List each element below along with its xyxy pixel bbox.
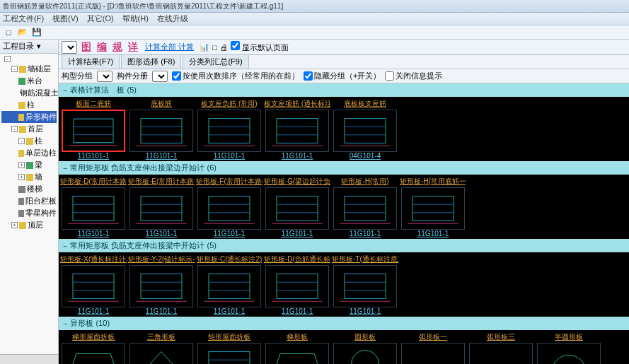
collapse-icon[interactable]: − bbox=[63, 164, 67, 172]
thumbnail[interactable]: 矩形板-G(梁边起计负筋,锚任)11G101-1 bbox=[264, 176, 330, 237]
tree-item[interactable]: 楼梯 bbox=[1, 183, 57, 195]
subtab-summary[interactable]: 分类列汇总(F9) bbox=[183, 54, 248, 69]
tree-item[interactable]: 异形构件 bbox=[1, 111, 57, 123]
new-icon[interactable]: □ bbox=[3, 27, 14, 38]
folder-icon bbox=[18, 114, 24, 121]
thumb-image bbox=[265, 343, 329, 364]
folder-icon bbox=[26, 162, 33, 169]
tree-item[interactable]: 钢筋混凝土柱 bbox=[1, 87, 57, 99]
dropdown-1[interactable] bbox=[62, 41, 77, 54]
collapse-icon[interactable]: − bbox=[63, 86, 67, 95]
menu-upgrade[interactable]: 在线升级 bbox=[157, 13, 188, 24]
tree-item[interactable]: -首层 bbox=[1, 123, 57, 135]
menu-file[interactable]: 工程文件(F) bbox=[3, 13, 44, 24]
thumbnail[interactable]: 矩形板-X(通长标注计本路)11G101-1 bbox=[60, 254, 127, 315]
svg-rect-78 bbox=[209, 274, 250, 299]
section-header[interactable]: −常用矩形板 负筋支座伸出接梁边开始计 (6) bbox=[59, 161, 629, 175]
save-icon[interactable]: 💾 bbox=[31, 27, 42, 38]
chart-icon[interactable]: 📊 bbox=[200, 42, 209, 52]
thumbnail[interactable]: 梯形板11G101-1 bbox=[264, 331, 330, 364]
thumbnail[interactable]: 弧形板三11G101-1 bbox=[468, 331, 534, 364]
thumbnail[interactable]: 矩形板-F(常用计本路4)11G101-1 bbox=[196, 176, 262, 237]
subtab-graph[interactable]: 图形选择 (F8) bbox=[121, 54, 181, 69]
tree-item[interactable]: 单层边柱 bbox=[1, 147, 57, 159]
tree-item[interactable]: - bbox=[1, 55, 57, 63]
catalog[interactable]: −表格计算法 板 (5)板面二底筋11G101-1底板筋11G101-1板支座负… bbox=[59, 83, 629, 364]
lbl-type: 构型分组 bbox=[62, 71, 93, 81]
btn-graph[interactable]: 图 bbox=[81, 41, 91, 54]
thumbnail[interactable]: 矩形板-C(通长标注2)11G101-1 bbox=[196, 254, 262, 315]
thumbnail[interactable]: 矩形板-D(负筋通长标注)11G101-1 bbox=[264, 254, 330, 315]
svg-rect-24 bbox=[345, 119, 386, 143]
thumbnail[interactable]: 矩形板-E(常用计本路3)11G101-1 bbox=[128, 176, 195, 237]
section-header[interactable]: −表格计算法 板 (5) bbox=[59, 83, 629, 97]
section-header[interactable]: −常用矩形板 负筋支座伸出接梁中开始计 (5) bbox=[59, 239, 629, 252]
section-header[interactable]: −异形板 (10) bbox=[59, 317, 629, 330]
checkbox-defaultpage[interactable] bbox=[231, 41, 240, 50]
section-title: 表格计算法 板 (5) bbox=[70, 85, 137, 95]
dropdown-icon[interactable]: ▾ bbox=[37, 42, 41, 51]
sel-comp[interactable] bbox=[152, 71, 168, 82]
print-icon[interactable]: 🖨 bbox=[220, 43, 228, 52]
thumbnail[interactable]: 板支座项筋 (通长标注)11G101-1 bbox=[264, 98, 330, 160]
tree-item[interactable]: 阳台栏板 bbox=[1, 195, 57, 207]
show-default-page[interactable]: 显示默认页面 bbox=[231, 41, 289, 53]
collapse-icon[interactable]: − bbox=[63, 242, 67, 250]
toolbar: □ 📂 💾 bbox=[0, 25, 629, 40]
thumbnail[interactable]: 矩形板-T(通长标注底筋一边)11G101-1 bbox=[332, 254, 398, 315]
expand-icon[interactable]: + bbox=[11, 222, 18, 228]
tree-item[interactable]: -柱 bbox=[1, 135, 57, 147]
thumbnail[interactable]: 矩形板-D(常用计本路2)11G101-1 bbox=[60, 176, 127, 237]
thumbnail[interactable]: 矩形屋面折板11G101-1 bbox=[196, 331, 262, 364]
thumbnail[interactable]: 板支座负筋 (常用)11G101-1 bbox=[196, 98, 262, 160]
cb-hide[interactable]: 隐藏分组（+开关） bbox=[304, 71, 381, 81]
folder-icon bbox=[18, 210, 24, 217]
cb-sort[interactable]: 按使用次数排序（经常用的在前） bbox=[172, 71, 299, 81]
thumbnail[interactable]: 矩形板-H(常用底筋一)11G101-1 bbox=[400, 176, 466, 237]
thumbnail[interactable]: 板面二底筋11G101-1 bbox=[60, 98, 127, 160]
tree-item[interactable]: 米台 bbox=[1, 75, 57, 87]
sel-type[interactable] bbox=[97, 71, 112, 82]
thumbnail[interactable]: 弧形板一11G101-1 bbox=[400, 331, 466, 364]
thumbnail[interactable]: 矩形板-H(常用)11G101-1 bbox=[332, 176, 398, 237]
menu-other[interactable]: 其它(O) bbox=[87, 13, 114, 24]
thumb-code: 11G101-1 bbox=[214, 307, 245, 315]
tree-item[interactable]: 柱 bbox=[1, 99, 57, 111]
thumbnail[interactable]: 半圆形板11G101-1 bbox=[536, 331, 602, 364]
thumbnail[interactable]: 梯形屋面折板11G101-1 bbox=[60, 331, 127, 364]
thumb-image bbox=[129, 187, 193, 230]
open-icon[interactable]: 📂 bbox=[17, 27, 28, 38]
thumbnail[interactable]: 底板筋11G101-1 bbox=[128, 98, 195, 160]
btn-rule[interactable]: 规 bbox=[112, 41, 122, 54]
tree-item[interactable]: +顶层 bbox=[1, 219, 57, 231]
tree-item[interactable]: +梁 bbox=[1, 159, 57, 171]
expand-icon[interactable]: - bbox=[4, 56, 11, 62]
thumbnail[interactable]: 三角形板11G101-1 bbox=[128, 331, 195, 364]
cb-close[interactable]: 关闭信息提示 bbox=[385, 71, 442, 81]
thumb-code: 11G101-1 bbox=[78, 152, 109, 160]
tree-view[interactable]: --墙础层米台钢筋混凝土柱柱异形构件-首层-柱单层边柱+梁+墙楼梯阳台栏板零星构… bbox=[0, 54, 58, 354]
svg-rect-96 bbox=[209, 352, 250, 364]
thumb-name: 圆形板 bbox=[354, 331, 376, 343]
expand-icon[interactable]: + bbox=[18, 174, 25, 180]
tree-item[interactable]: 零星构件 bbox=[1, 207, 57, 219]
expand-icon[interactable]: - bbox=[11, 126, 18, 132]
expand-icon[interactable]: + bbox=[18, 162, 25, 168]
tree-item[interactable]: +墙 bbox=[1, 171, 57, 183]
thumbnail[interactable]: 底板板支座筋04G101-4 bbox=[332, 98, 398, 160]
svg-rect-48 bbox=[277, 196, 318, 221]
collapse-icon[interactable]: − bbox=[63, 319, 67, 328]
expand-icon[interactable]: - bbox=[11, 66, 18, 72]
scrollbar-h[interactable] bbox=[0, 354, 58, 364]
thumbnail[interactable]: 矩形板-Y-2(锚计标示-一条)11G101-1 bbox=[128, 254, 195, 315]
menu-help[interactable]: 帮助(H) bbox=[122, 13, 149, 24]
template-icon[interactable]: □ bbox=[212, 43, 217, 52]
expand-icon[interactable]: - bbox=[18, 138, 25, 144]
subtab-calc[interactable]: 计算结果(F7) bbox=[62, 54, 120, 69]
menu-view[interactable]: 视图(V) bbox=[52, 13, 79, 24]
btn-def[interactable]: 详 bbox=[128, 41, 138, 54]
btn-calcall[interactable]: 计算全部 计算 bbox=[145, 42, 194, 52]
tree-item[interactable]: -墙础层 bbox=[1, 63, 57, 75]
thumbnail[interactable]: 圆形板11G101-1 bbox=[332, 331, 398, 364]
btn-edit[interactable]: 编 bbox=[97, 41, 107, 54]
